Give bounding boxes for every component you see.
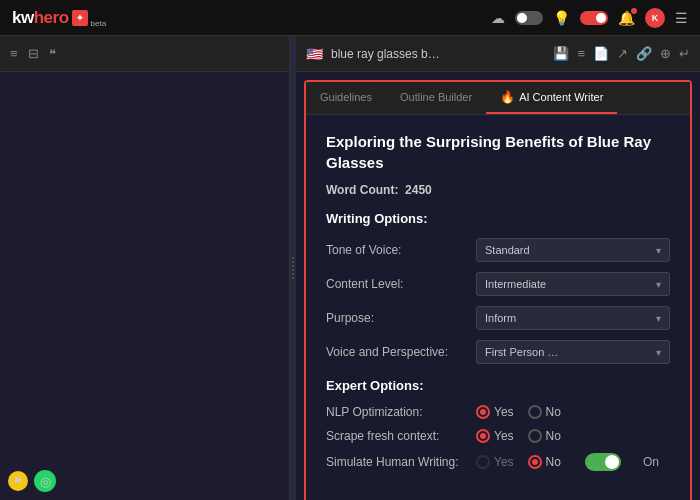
left-sidebar: ≡ ⊟ ❝ bbox=[0, 36, 290, 500]
simulate-yes-label: Yes bbox=[494, 455, 514, 469]
main-layout: ≡ ⊟ ❝ 🇺🇸 blue ray glasses b… 💾 ≡ 📄 ↗ 🔗 ⊕ bbox=[0, 36, 700, 500]
simulate-yes-radio[interactable] bbox=[476, 455, 490, 469]
hamburger-icon[interactable]: ≡ bbox=[10, 46, 18, 61]
menu-icon[interactable]: ☰ bbox=[675, 10, 688, 26]
panel-content: Exploring the Surprising Benefits of Blu… bbox=[306, 115, 690, 497]
cloud-icon[interactable]: ☁ bbox=[491, 10, 505, 26]
tab-ai-content-writer[interactable]: 🔥 AI Content Writer bbox=[486, 82, 617, 114]
share-icon[interactable]: ↗ bbox=[617, 46, 628, 61]
nlp-yes-option[interactable]: Yes bbox=[476, 405, 514, 419]
purpose-select[interactable]: Inform ▾ bbox=[476, 306, 670, 330]
voice-arrow-icon: ▾ bbox=[656, 347, 661, 358]
content-level-select[interactable]: Intermediate ▾ bbox=[476, 272, 670, 296]
drag-dot bbox=[292, 273, 294, 275]
drag-dot bbox=[292, 265, 294, 267]
nlp-yes-label: Yes bbox=[494, 405, 514, 419]
share2-icon[interactable]: 🔗 bbox=[636, 46, 652, 61]
tone-label: Tone of Voice: bbox=[326, 243, 476, 257]
purpose-arrow-icon: ▾ bbox=[656, 313, 661, 324]
avatar[interactable]: K bbox=[645, 8, 665, 28]
editor-toolbar: ≡ ⊟ ❝ bbox=[0, 36, 289, 72]
scrape-no-label: No bbox=[546, 429, 561, 443]
simulate-row: Simulate Human Writing: Yes No bbox=[326, 453, 670, 471]
nlp-radio-group: Yes No bbox=[476, 405, 561, 419]
panel-actions: 💾 ≡ 📄 ↗ 🔗 ⊕ ↵ bbox=[553, 46, 690, 61]
tab-ai-label: AI Content Writer bbox=[519, 91, 603, 103]
panel-header: 🇺🇸 blue ray glasses b… 💾 ≡ 📄 ↗ 🔗 ⊕ ↵ bbox=[296, 36, 700, 72]
list-icon[interactable]: ⊟ bbox=[28, 46, 39, 61]
scrape-yes-option[interactable]: Yes bbox=[476, 429, 514, 443]
simulate-toggle[interactable] bbox=[585, 453, 621, 471]
notification-bell[interactable]: 🔔 bbox=[618, 10, 635, 26]
topbar-right: ☁ 💡 🔔 K ☰ bbox=[491, 8, 688, 28]
scrape-yes-label: Yes bbox=[494, 429, 514, 443]
scrape-no-radio[interactable] bbox=[528, 429, 542, 443]
wordpress-icon[interactable]: ⊕ bbox=[660, 46, 671, 61]
drag-dot bbox=[292, 269, 294, 271]
logo-icon: ✦ bbox=[72, 10, 88, 26]
simulate-no-radio[interactable] bbox=[528, 455, 542, 469]
logo-beta: beta bbox=[91, 19, 107, 28]
tab-guidelines[interactable]: Guidelines bbox=[306, 82, 386, 114]
nlp-no-radio[interactable] bbox=[528, 405, 542, 419]
word-count: Word Count: 2450 bbox=[326, 183, 670, 197]
ai-panel: Guidelines Outline Builder 🔥 AI Content … bbox=[304, 80, 692, 500]
quote-icon[interactable]: ❝ bbox=[49, 46, 56, 61]
topbar-toggle2[interactable] bbox=[580, 11, 608, 25]
purpose-row: Purpose: Inform ▾ bbox=[326, 306, 670, 330]
bottom-icons: ⚑ ◎ bbox=[8, 470, 56, 492]
simulate-radio-group: Yes No On bbox=[476, 453, 659, 471]
topbar: kwhero ✦ beta ☁ 💡 🔔 K ☰ bbox=[0, 0, 700, 36]
tone-row: Tone of Voice: Standard ▾ bbox=[326, 238, 670, 262]
simulate-no-label: No bbox=[546, 455, 561, 469]
simulate-toggle-knob bbox=[605, 455, 619, 469]
nlp-row: NLP Optimization: Yes No bbox=[326, 405, 670, 419]
panel-tabs: Guidelines Outline Builder 🔥 AI Content … bbox=[306, 82, 690, 115]
expert-options-section: Expert Options: NLP Optimization: Yes bbox=[326, 378, 670, 471]
content-level-label: Content Level: bbox=[326, 277, 476, 291]
notification-dot bbox=[631, 8, 637, 14]
bulb-icon[interactable]: 💡 bbox=[553, 10, 570, 26]
drag-dot bbox=[292, 257, 294, 259]
voice-select[interactable]: First Person … ▾ bbox=[476, 340, 670, 364]
drag-dot bbox=[292, 277, 294, 279]
nlp-yes-radio[interactable] bbox=[476, 405, 490, 419]
scrape-no-option[interactable]: No bbox=[528, 429, 561, 443]
scrape-label: Scrape fresh context: bbox=[326, 429, 476, 443]
doc-title: blue ray glasses b… bbox=[331, 47, 545, 61]
save-icon[interactable]: 💾 bbox=[553, 46, 569, 61]
whatsapp-icon[interactable]: ◎ bbox=[34, 470, 56, 492]
nlp-label: NLP Optimization: bbox=[326, 405, 476, 419]
tone-arrow-icon: ▾ bbox=[656, 245, 661, 256]
drag-dot bbox=[292, 261, 294, 263]
tab-outline-builder[interactable]: Outline Builder bbox=[386, 82, 486, 114]
arrow-icon[interactable]: ↵ bbox=[679, 46, 690, 61]
article-title: Exploring the Surprising Benefits of Blu… bbox=[326, 131, 670, 173]
logo-kw: kwhero bbox=[12, 8, 69, 28]
toggle-on-label: On bbox=[643, 455, 659, 469]
writing-options-heading: Writing Options: bbox=[326, 211, 670, 226]
tone-select[interactable]: Standard ▾ bbox=[476, 238, 670, 262]
voice-label: Voice and Perspective: bbox=[326, 345, 476, 359]
nlp-no-label: No bbox=[546, 405, 561, 419]
topbar-toggle[interactable] bbox=[515, 11, 543, 25]
simulate-label: Simulate Human Writing: bbox=[326, 455, 476, 469]
word-count-value: 2450 bbox=[405, 183, 432, 197]
toggle2-knob bbox=[596, 13, 606, 23]
logo: kwhero ✦ beta bbox=[12, 8, 106, 28]
simulate-yes-option[interactable]: Yes bbox=[476, 455, 514, 469]
scrape-radio-group: Yes No bbox=[476, 429, 561, 443]
flag-icon: 🇺🇸 bbox=[306, 46, 323, 62]
voice-value: First Person … bbox=[485, 346, 558, 358]
tab-outline-label: Outline Builder bbox=[400, 91, 472, 103]
nlp-no-option[interactable]: No bbox=[528, 405, 561, 419]
voice-row: Voice and Perspective: First Person … ▾ bbox=[326, 340, 670, 364]
content-arrow-icon: ▾ bbox=[656, 279, 661, 290]
logo-hero-text: hero bbox=[34, 8, 69, 27]
doc-action-icon[interactable]: 📄 bbox=[593, 46, 609, 61]
fire-icon: 🔥 bbox=[500, 90, 515, 104]
flag-bottom-icon[interactable]: ⚑ bbox=[8, 471, 28, 491]
scrape-yes-radio[interactable] bbox=[476, 429, 490, 443]
simulate-no-option[interactable]: No bbox=[528, 455, 561, 469]
list-action-icon[interactable]: ≡ bbox=[577, 46, 585, 61]
